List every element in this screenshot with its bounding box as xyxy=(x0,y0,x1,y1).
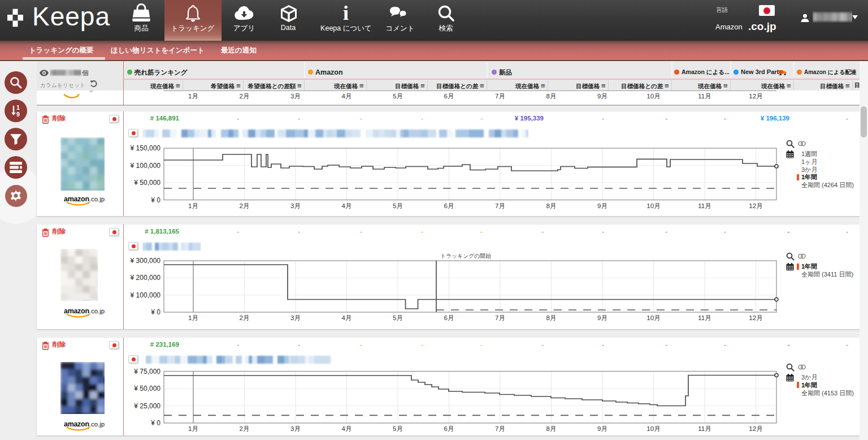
svg-text:5月: 5月 xyxy=(393,425,403,432)
svg-text:5月: 5月 xyxy=(393,202,403,209)
svg-text:¥ 300,000: ¥ 300,000 xyxy=(130,257,161,265)
svg-text:5月: 5月 xyxy=(393,314,403,321)
svg-text:トラッキングの開始: トラッキングの開始 xyxy=(440,253,491,259)
svg-text:12月: 12月 xyxy=(749,425,762,432)
svg-text:2月: 2月 xyxy=(240,202,250,209)
svg-text:10月: 10月 xyxy=(646,425,660,432)
svg-text:¥ 75,000: ¥ 75,000 xyxy=(133,368,160,376)
svg-text:¥ 0: ¥ 0 xyxy=(150,308,160,316)
svg-text:7月: 7月 xyxy=(495,202,505,209)
svg-text:¥ 100,000: ¥ 100,000 xyxy=(130,291,161,299)
svg-text:1月: 1月 xyxy=(188,314,198,321)
svg-text:12月: 12月 xyxy=(749,202,762,209)
svg-text:4月: 4月 xyxy=(342,314,352,321)
svg-text:4月: 4月 xyxy=(342,202,352,209)
svg-text:6月: 6月 xyxy=(444,314,454,321)
svg-text:7月: 7月 xyxy=(495,425,505,432)
svg-text:4月: 4月 xyxy=(342,425,352,432)
svg-text:9月: 9月 xyxy=(597,425,607,432)
svg-text:9月: 9月 xyxy=(597,314,607,321)
svg-text:10月: 10月 xyxy=(646,314,660,321)
svg-text:¥ 0: ¥ 0 xyxy=(150,196,160,204)
svg-text:¥ 50,000: ¥ 50,000 xyxy=(133,385,160,392)
svg-text:10月: 10月 xyxy=(646,202,660,209)
svg-text:3月: 3月 xyxy=(290,202,301,209)
svg-text:3月: 3月 xyxy=(290,425,301,432)
svg-text:9月: 9月 xyxy=(597,202,607,209)
svg-text:¥ 150,000: ¥ 150,000 xyxy=(130,144,161,152)
svg-text:7月: 7月 xyxy=(495,314,505,321)
svg-text:11月: 11月 xyxy=(698,314,711,321)
svg-text:11月: 11月 xyxy=(698,425,711,432)
svg-text:1月: 1月 xyxy=(188,425,198,432)
svg-text:¥ 100,000: ¥ 100,000 xyxy=(130,162,161,170)
svg-text:8月: 8月 xyxy=(546,202,557,209)
svg-text:2月: 2月 xyxy=(240,314,250,321)
svg-text:11月: 11月 xyxy=(698,202,711,209)
svg-text:6月: 6月 xyxy=(444,425,454,432)
svg-text:2月: 2月 xyxy=(240,425,250,432)
svg-text:8月: 8月 xyxy=(546,314,557,321)
svg-text:9: 9 xyxy=(16,111,20,118)
svg-text:3月: 3月 xyxy=(290,314,301,321)
svg-text:¥ 0: ¥ 0 xyxy=(150,419,160,427)
svg-text:6月: 6月 xyxy=(444,202,454,209)
svg-text:8月: 8月 xyxy=(546,425,557,432)
svg-text:¥ 200,000: ¥ 200,000 xyxy=(130,274,161,282)
svg-text:¥ 50,000: ¥ 50,000 xyxy=(133,179,160,187)
svg-text:1: 1 xyxy=(16,104,20,111)
svg-text:¥ 25,000: ¥ 25,000 xyxy=(133,402,160,410)
svg-text:1月: 1月 xyxy=(188,202,198,209)
svg-text:12月: 12月 xyxy=(749,314,762,321)
